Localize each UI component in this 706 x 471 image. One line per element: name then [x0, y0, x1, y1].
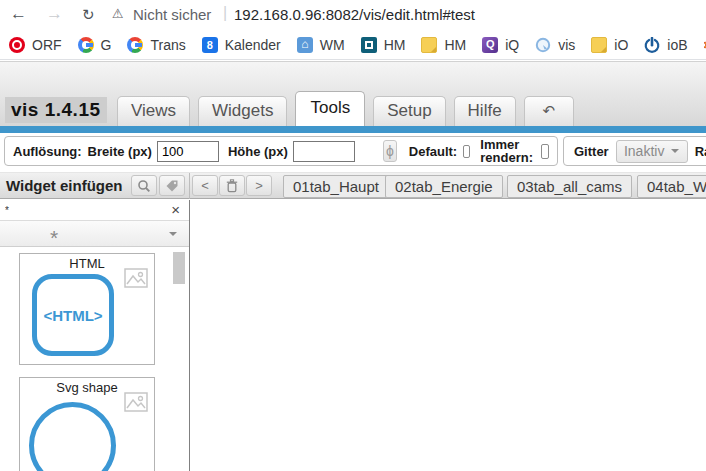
power-circle-icon — [644, 37, 660, 53]
bookmark-hm-webui[interactable]: HM — [361, 37, 406, 53]
view-tab-03[interactable]: 03tab_all_cams — [507, 175, 632, 198]
image-preview-icon — [124, 392, 148, 416]
widget-set-select[interactable]: * — [0, 221, 189, 247]
view-tab-02[interactable]: 02tab_Energie — [385, 175, 503, 198]
grid-label: Gitter — [574, 144, 609, 159]
bookmark-label: Kalender — [225, 37, 281, 53]
prev-view-button[interactable]: < — [192, 175, 218, 196]
browser-toolbar: ← → ↻ ⚠ Nicht sicher | 192.168.0.96:8082… — [0, 0, 706, 30]
bookmark-iq[interactable]: Q iQ — [482, 37, 519, 53]
app-title: vis 1.4.15 — [5, 97, 107, 123]
search-widget-button[interactable] — [131, 175, 157, 196]
calendar-icon: 8 — [202, 37, 218, 53]
gauge-icon — [535, 37, 551, 53]
always-render-checkbox[interactable] — [541, 144, 549, 159]
tab-hilfe[interactable]: Hilfe — [454, 96, 516, 126]
address-separator: | — [223, 4, 227, 22]
bookmark-wm[interactable]: ⌂ WM — [297, 37, 345, 53]
reload-icon[interactable]: ↻ — [82, 5, 95, 25]
always-render-label: Immer rendern: — [480, 138, 533, 164]
search-icon — [137, 179, 151, 193]
widget-card-html[interactable]: HTML <HTML> — [19, 253, 155, 365]
chevron-right-icon: > — [255, 178, 263, 193]
bookmark-label: HM — [444, 37, 466, 53]
bookmark-google[interactable]: G — [78, 37, 112, 53]
view-tab-01[interactable]: 01tab_Haupt — [283, 175, 389, 198]
widget-card-svg-shape[interactable]: Svg shape — [19, 377, 155, 471]
widget-insert-bar: Widget einfügen < > 01ta — [0, 172, 706, 199]
width-label: Breite (px) — [88, 144, 152, 159]
tag-icon — [165, 179, 179, 193]
clear-filter-icon[interactable]: × — [171, 201, 180, 219]
panel-scrollbar-thumb[interactable] — [173, 252, 185, 284]
html-widget-preview: <HTML> — [32, 274, 114, 356]
default-checkbox[interactable] — [463, 145, 470, 158]
undo-icon: ↶ — [543, 102, 556, 119]
bookmark-label: iO — [614, 37, 628, 53]
widget-set-value: * — [50, 225, 58, 251]
forward-icon[interactable]: → — [46, 4, 63, 24]
bookmark-label: vis — [558, 37, 575, 53]
widget-filter-input[interactable] — [0, 200, 189, 220]
accent-bar — [0, 126, 706, 133]
bookmark-vis[interactable]: vis — [535, 37, 575, 53]
bookmark-label: Trans — [150, 37, 185, 53]
bookmark-kalender[interactable]: 8 Kalender — [202, 37, 281, 53]
bookmark-label: iQ — [505, 37, 519, 53]
chevron-left-icon: < — [201, 178, 209, 193]
raster-label: Raster — [695, 144, 706, 159]
widget-filter-row: × — [0, 200, 189, 221]
home-icon: ⌂ — [297, 37, 313, 53]
bookmark-io[interactable]: iO — [591, 37, 628, 53]
edit-canvas[interactable] — [191, 200, 706, 471]
undo-button[interactable]: ↶ — [524, 96, 575, 126]
refresh-icon: ϕ — [386, 143, 394, 159]
bookmark-label: ioB — [667, 37, 687, 53]
default-label: Default: — [409, 144, 457, 159]
tab-tools[interactable]: Tools — [295, 91, 365, 126]
q-badge-icon: Q — [482, 37, 498, 53]
toolbar-divider — [189, 173, 190, 199]
tab-setup[interactable]: Setup — [373, 96, 445, 126]
screen: ← → ↻ ⚠ Nicht sicher | 192.168.0.96:8082… — [0, 0, 706, 471]
editor-tabs: Views Widgets Tools Setup Hilfe ↶ — [117, 91, 582, 126]
tab-views[interactable]: Views — [117, 96, 190, 126]
google-g-icon — [127, 37, 143, 53]
resolution-label: Auflösung: — [13, 144, 82, 159]
note-icon — [421, 37, 437, 53]
bookmark-label: HM — [384, 37, 406, 53]
bookmarks-bar: ORF G Trans 8 Kalender ⌂ WM HM HM Q iQ — [0, 30, 706, 60]
resolution-group: Auflösung: Breite (px) Höhe (px) ϕ Defau… — [4, 136, 558, 166]
bookmark-translate[interactable]: Trans — [127, 37, 185, 53]
width-input[interactable] — [157, 141, 219, 162]
trash-icon — [226, 179, 238, 193]
grid-mode-dropdown[interactable]: Inaktiv — [616, 140, 688, 163]
security-label[interactable]: Nicht sicher — [133, 6, 211, 23]
view-tab-04[interactable]: 04tab_W — [637, 175, 706, 198]
grid-group: Gitter Inaktiv Raster — [563, 136, 706, 166]
grid-mode-value: Inaktiv — [624, 143, 664, 159]
delete-view-button[interactable] — [219, 175, 245, 196]
bookmark-orf[interactable]: ORF — [9, 37, 62, 53]
svg-shape-widget-preview — [29, 402, 116, 471]
image-preview-icon — [124, 268, 148, 292]
orf-target-icon — [9, 37, 25, 53]
chevron-down-icon — [671, 149, 679, 157]
address-url[interactable]: 192.168.0.96:8082/vis/edit.html#test — [234, 6, 475, 23]
bookmark-iobroker[interactable]: ioB — [644, 37, 687, 53]
refresh-button[interactable]: ϕ — [383, 140, 397, 162]
homematic-icon — [361, 37, 377, 53]
tab-widgets[interactable]: Widgets — [198, 96, 287, 126]
bookmark-label: G — [101, 37, 112, 53]
tag-filter-button[interactable] — [159, 175, 185, 196]
not-secure-warning-icon[interactable]: ⚠ — [112, 6, 124, 21]
back-icon[interactable]: ← — [10, 4, 27, 24]
google-g-icon — [78, 37, 94, 53]
height-input[interactable] — [293, 141, 355, 162]
chevron-down-icon — [169, 232, 177, 240]
widget-palette-panel: × * HTML <HTML> Svg shape — [0, 200, 190, 471]
bookmark-label: WM — [320, 37, 345, 53]
next-view-button[interactable]: > — [246, 175, 272, 196]
bookmark-hm-folder[interactable]: HM — [421, 37, 466, 53]
height-label: Höhe (px) — [228, 144, 288, 159]
